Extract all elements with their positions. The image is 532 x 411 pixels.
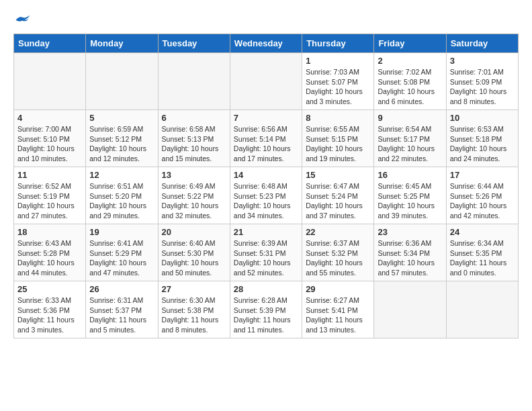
day-number: 28 [234, 284, 298, 294]
day-info: Sunrise: 6:36 AM Sunset: 5:34 PM Dayligh… [378, 238, 442, 278]
calendar-cell: 23Sunrise: 6:36 AM Sunset: 5:34 PM Dayli… [374, 224, 446, 281]
day-info: Sunrise: 6:53 AM Sunset: 5:18 PM Dayligh… [450, 124, 515, 164]
calendar-cell: 11Sunrise: 6:52 AM Sunset: 5:19 PM Dayli… [14, 167, 86, 224]
column-header-tuesday: Tuesday [158, 34, 230, 53]
day-number: 22 [306, 227, 370, 237]
calendar-cell: 7Sunrise: 6:56 AM Sunset: 5:14 PM Daylig… [230, 110, 302, 167]
day-number: 7 [234, 113, 298, 123]
column-header-saturday: Saturday [446, 34, 518, 53]
day-number: 12 [89, 170, 154, 180]
day-info: Sunrise: 6:33 AM Sunset: 5:36 PM Dayligh… [17, 295, 82, 335]
day-number: 20 [162, 227, 226, 237]
calendar-header-row: SundayMondayTuesdayWednesdayThursdayFrid… [14, 34, 519, 53]
calendar-cell: 25Sunrise: 6:33 AM Sunset: 5:36 PM Dayli… [14, 281, 86, 338]
calendar-cell [158, 53, 230, 110]
calendar-cell: 13Sunrise: 6:49 AM Sunset: 5:22 PM Dayli… [158, 167, 230, 224]
day-number: 8 [306, 113, 370, 123]
day-info: Sunrise: 6:40 AM Sunset: 5:30 PM Dayligh… [162, 238, 226, 278]
logo-bird-icon [15, 13, 31, 27]
day-number: 10 [450, 113, 515, 123]
calendar-cell: 1Sunrise: 7:03 AM Sunset: 5:07 PM Daylig… [302, 53, 374, 110]
day-number: 5 [89, 113, 154, 123]
calendar-week-1: 1Sunrise: 7:03 AM Sunset: 5:07 PM Daylig… [14, 53, 519, 110]
calendar-cell: 21Sunrise: 6:39 AM Sunset: 5:31 PM Dayli… [230, 224, 302, 281]
day-info: Sunrise: 6:58 AM Sunset: 5:13 PM Dayligh… [162, 124, 226, 164]
page-header [13, 13, 519, 27]
day-info: Sunrise: 7:03 AM Sunset: 5:07 PM Dayligh… [306, 67, 370, 107]
column-header-sunday: Sunday [14, 34, 86, 53]
day-number: 21 [234, 227, 298, 237]
day-number: 11 [17, 170, 82, 180]
calendar-cell [14, 53, 86, 110]
calendar-cell: 2Sunrise: 7:02 AM Sunset: 5:08 PM Daylig… [374, 53, 446, 110]
day-number: 25 [17, 284, 82, 294]
day-info: Sunrise: 6:59 AM Sunset: 5:12 PM Dayligh… [89, 124, 154, 164]
day-number: 9 [378, 113, 442, 123]
calendar-cell: 6Sunrise: 6:58 AM Sunset: 5:13 PM Daylig… [158, 110, 230, 167]
day-number: 29 [306, 284, 370, 294]
day-number: 19 [89, 227, 154, 237]
day-info: Sunrise: 6:27 AM Sunset: 5:41 PM Dayligh… [306, 295, 370, 335]
calendar-cell [230, 53, 302, 110]
day-info: Sunrise: 6:47 AM Sunset: 5:24 PM Dayligh… [306, 181, 370, 221]
day-info: Sunrise: 6:45 AM Sunset: 5:25 PM Dayligh… [378, 181, 442, 221]
calendar-cell: 8Sunrise: 6:55 AM Sunset: 5:15 PM Daylig… [302, 110, 374, 167]
day-number: 27 [162, 284, 226, 294]
day-number: 2 [378, 56, 442, 66]
calendar-cell: 5Sunrise: 6:59 AM Sunset: 5:12 PM Daylig… [86, 110, 158, 167]
day-number: 6 [162, 113, 226, 123]
column-header-friday: Friday [374, 34, 446, 53]
calendar-cell [446, 281, 518, 338]
calendar-cell: 9Sunrise: 6:54 AM Sunset: 5:17 PM Daylig… [374, 110, 446, 167]
day-number: 18 [17, 227, 82, 237]
day-info: Sunrise: 6:34 AM Sunset: 5:35 PM Dayligh… [450, 238, 515, 278]
day-number: 14 [234, 170, 298, 180]
day-info: Sunrise: 6:37 AM Sunset: 5:32 PM Dayligh… [306, 238, 370, 278]
day-info: Sunrise: 6:52 AM Sunset: 5:19 PM Dayligh… [17, 181, 82, 221]
day-info: Sunrise: 7:01 AM Sunset: 5:09 PM Dayligh… [450, 67, 515, 107]
calendar-cell: 20Sunrise: 6:40 AM Sunset: 5:30 PM Dayli… [158, 224, 230, 281]
day-info: Sunrise: 6:56 AM Sunset: 5:14 PM Dayligh… [234, 124, 298, 164]
calendar-cell: 22Sunrise: 6:37 AM Sunset: 5:32 PM Dayli… [302, 224, 374, 281]
day-number: 17 [450, 170, 515, 180]
calendar-cell: 26Sunrise: 6:31 AM Sunset: 5:37 PM Dayli… [86, 281, 158, 338]
column-header-wednesday: Wednesday [230, 34, 302, 53]
day-number: 3 [450, 56, 515, 66]
calendar-cell: 10Sunrise: 6:53 AM Sunset: 5:18 PM Dayli… [446, 110, 518, 167]
day-info: Sunrise: 6:28 AM Sunset: 5:39 PM Dayligh… [234, 295, 298, 335]
day-info: Sunrise: 6:54 AM Sunset: 5:17 PM Dayligh… [378, 124, 442, 164]
day-number: 23 [378, 227, 442, 237]
calendar-week-5: 25Sunrise: 6:33 AM Sunset: 5:36 PM Dayli… [14, 281, 519, 338]
calendar-cell: 24Sunrise: 6:34 AM Sunset: 5:35 PM Dayli… [446, 224, 518, 281]
calendar-week-3: 11Sunrise: 6:52 AM Sunset: 5:19 PM Dayli… [14, 167, 519, 224]
day-number: 24 [450, 227, 515, 237]
day-info: Sunrise: 6:41 AM Sunset: 5:29 PM Dayligh… [89, 238, 154, 278]
day-info: Sunrise: 6:55 AM Sunset: 5:15 PM Dayligh… [306, 124, 370, 164]
day-info: Sunrise: 6:31 AM Sunset: 5:37 PM Dayligh… [89, 295, 154, 335]
calendar-cell: 19Sunrise: 6:41 AM Sunset: 5:29 PM Dayli… [86, 224, 158, 281]
day-number: 15 [306, 170, 370, 180]
calendar-cell: 12Sunrise: 6:51 AM Sunset: 5:20 PM Dayli… [86, 167, 158, 224]
calendar-cell: 17Sunrise: 6:44 AM Sunset: 5:26 PM Dayli… [446, 167, 518, 224]
day-number: 16 [378, 170, 442, 180]
calendar-cell [86, 53, 158, 110]
calendar-cell: 16Sunrise: 6:45 AM Sunset: 5:25 PM Dayli… [374, 167, 446, 224]
calendar-cell: 14Sunrise: 6:48 AM Sunset: 5:23 PM Dayli… [230, 167, 302, 224]
day-number: 1 [306, 56, 370, 66]
calendar-cell: 28Sunrise: 6:28 AM Sunset: 5:39 PM Dayli… [230, 281, 302, 338]
calendar-cell: 18Sunrise: 6:43 AM Sunset: 5:28 PM Dayli… [14, 224, 86, 281]
calendar-cell: 15Sunrise: 6:47 AM Sunset: 5:24 PM Dayli… [302, 167, 374, 224]
calendar-week-2: 4Sunrise: 7:00 AM Sunset: 5:10 PM Daylig… [14, 110, 519, 167]
day-info: Sunrise: 6:43 AM Sunset: 5:28 PM Dayligh… [17, 238, 82, 278]
column-header-thursday: Thursday [302, 34, 374, 53]
calendar-cell: 27Sunrise: 6:30 AM Sunset: 5:38 PM Dayli… [158, 281, 230, 338]
logo [13, 13, 32, 27]
calendar-week-4: 18Sunrise: 6:43 AM Sunset: 5:28 PM Dayli… [14, 224, 519, 281]
day-number: 13 [162, 170, 226, 180]
calendar-table: SundayMondayTuesdayWednesdayThursdayFrid… [13, 34, 519, 338]
day-info: Sunrise: 6:48 AM Sunset: 5:23 PM Dayligh… [234, 181, 298, 221]
day-info: Sunrise: 6:39 AM Sunset: 5:31 PM Dayligh… [234, 238, 298, 278]
day-info: Sunrise: 6:51 AM Sunset: 5:20 PM Dayligh… [89, 181, 154, 221]
calendar-cell: 4Sunrise: 7:00 AM Sunset: 5:10 PM Daylig… [14, 110, 86, 167]
day-info: Sunrise: 6:30 AM Sunset: 5:38 PM Dayligh… [162, 295, 226, 335]
